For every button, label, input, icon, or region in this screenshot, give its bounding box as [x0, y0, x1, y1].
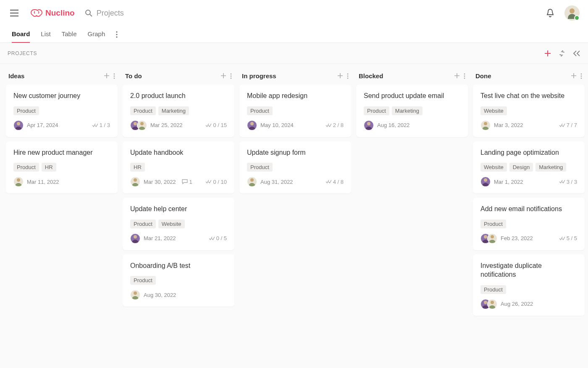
column-add-button[interactable] — [338, 73, 343, 79]
tab-graph[interactable]: Graph — [88, 26, 105, 43]
card[interactable]: 2.0 product launch ProductMarketing Mar … — [123, 85, 234, 137]
card[interactable]: Investigate duplicate notifications Prod… — [473, 254, 585, 316]
card-title: Investigate duplicate notifications — [480, 261, 577, 279]
tag: Product — [480, 220, 506, 228]
card-tags: Product — [480, 285, 577, 294]
bell-icon — [546, 8, 554, 18]
card-progress: 0 / 5 — [209, 235, 227, 241]
assignee-avatar — [480, 177, 491, 187]
card[interactable]: Update signup form Product Aug 31, 2022 … — [239, 141, 351, 194]
column-header: In progress — [239, 70, 351, 85]
column-header: Done — [473, 70, 585, 85]
svg-point-10 — [347, 73, 349, 74]
column-title: Ideas — [8, 72, 24, 79]
logo[interactable]: Nuclino — [30, 8, 75, 18]
svg-point-1 — [116, 31, 118, 32]
card-title: Onboarding A/B test — [130, 261, 227, 270]
column-more-button[interactable] — [347, 73, 349, 79]
tag: Product — [13, 163, 39, 172]
tab-board[interactable]: Board — [12, 26, 30, 43]
tab-list[interactable]: List — [41, 26, 50, 43]
column-more-button[interactable] — [580, 73, 582, 79]
search-input[interactable] — [97, 9, 181, 18]
column: Ideas New customer journey Product Apr 1… — [6, 70, 118, 362]
card[interactable]: Landing page optimization WebsiteDesignM… — [473, 141, 585, 194]
column-add-button[interactable] — [454, 73, 459, 79]
card-progress: 3 / 3 — [559, 179, 577, 185]
search[interactable] — [85, 9, 181, 18]
card-date: Mar 25, 2022 — [150, 122, 183, 128]
svg-point-16 — [581, 73, 582, 74]
column-more-button[interactable] — [464, 73, 465, 79]
svg-point-14 — [464, 75, 465, 77]
card-assignees — [130, 177, 140, 187]
tag: Product — [130, 106, 156, 115]
card[interactable]: Update handbook HR Mar 30, 2022 10 / 10 — [123, 141, 234, 194]
more-vertical-icon — [230, 73, 232, 79]
column-more-button[interactable] — [230, 73, 232, 79]
column-add-button[interactable] — [104, 73, 109, 79]
card-title: Mobile app redesign — [247, 91, 344, 101]
tag: Marketing — [392, 106, 423, 115]
assignee-avatar — [487, 299, 497, 309]
panel-toggle-button[interactable] — [573, 50, 580, 56]
tag: Website — [480, 106, 507, 115]
column-more-button[interactable] — [113, 73, 115, 79]
card-title: New customer journey — [13, 91, 110, 101]
card-progress: 0 / 10 — [205, 179, 227, 185]
notifications-button[interactable] — [546, 8, 554, 18]
card-date: Mar 3, 2022 — [494, 122, 523, 128]
card[interactable]: Test live chat on the website Website Ma… — [473, 85, 585, 137]
svg-point-15 — [464, 77, 465, 79]
plus-icon — [104, 73, 109, 78]
card[interactable]: Onboarding A/B test Product Aug 30, 2022 — [123, 254, 234, 307]
checklist-icon — [559, 236, 565, 241]
card-footer: Mar 30, 2022 10 / 10 — [130, 177, 227, 187]
card-comments: 1 — [182, 179, 192, 185]
plus-icon — [221, 73, 226, 78]
tab-table[interactable]: Table — [62, 26, 77, 43]
card[interactable]: Mobile app redesign Product May 10, 2024… — [239, 85, 351, 137]
assignee-avatar — [130, 177, 140, 187]
svg-point-6 — [114, 77, 115, 79]
tag: Product — [480, 285, 506, 294]
card[interactable]: Update help center ProductWebsite Mar 21… — [123, 198, 234, 250]
collapse-button[interactable] — [559, 50, 565, 57]
menu-button[interactable] — [8, 7, 20, 19]
card-assignees — [130, 290, 140, 300]
card-progress: 7 / 7 — [559, 122, 577, 128]
tag: Marketing — [158, 106, 189, 115]
card-footer: Feb 23, 2022 5 / 5 — [480, 233, 577, 244]
column-add-button[interactable] — [571, 73, 576, 79]
search-icon — [85, 9, 92, 17]
svg-point-7 — [231, 73, 232, 74]
card[interactable]: Add new email notifications Product Feb … — [473, 198, 585, 250]
column: Done Test live chat on the website Websi… — [473, 70, 585, 362]
card[interactable]: Send product update email ProductMarketi… — [356, 85, 468, 137]
card-assignees — [13, 177, 24, 187]
plus-icon — [338, 73, 343, 78]
card[interactable]: New customer journey Product Apr 17, 202… — [6, 85, 118, 137]
card-title: Update handbook — [130, 148, 227, 157]
card-tags: ProductHR — [13, 163, 110, 172]
assignee-avatar — [13, 120, 24, 130]
card-date: May 10, 2024 — [260, 122, 294, 128]
plus-icon — [454, 73, 459, 78]
tag: Product — [364, 106, 389, 115]
board: Ideas New customer journey Product Apr 1… — [0, 64, 588, 368]
checklist-icon — [326, 180, 331, 184]
checklist-icon — [92, 123, 98, 127]
assignee-avatar — [130, 233, 140, 244]
tab-more-button[interactable] — [116, 31, 118, 38]
assignee-avatar — [247, 120, 257, 130]
card-date: Mar 1, 2022 — [494, 179, 523, 185]
subheader-title: PROJECTS — [8, 50, 37, 56]
user-avatar[interactable] — [564, 5, 580, 21]
tag: Website — [158, 220, 185, 228]
svg-point-2 — [116, 34, 118, 35]
column-add-button[interactable] — [221, 73, 226, 79]
card[interactable]: Hire new product manager ProductHR Mar 1… — [6, 141, 118, 194]
column: Blocked Send product update email Produc… — [356, 70, 468, 362]
card-footer: Aug 30, 2022 — [130, 290, 227, 300]
add-button[interactable] — [544, 50, 551, 57]
